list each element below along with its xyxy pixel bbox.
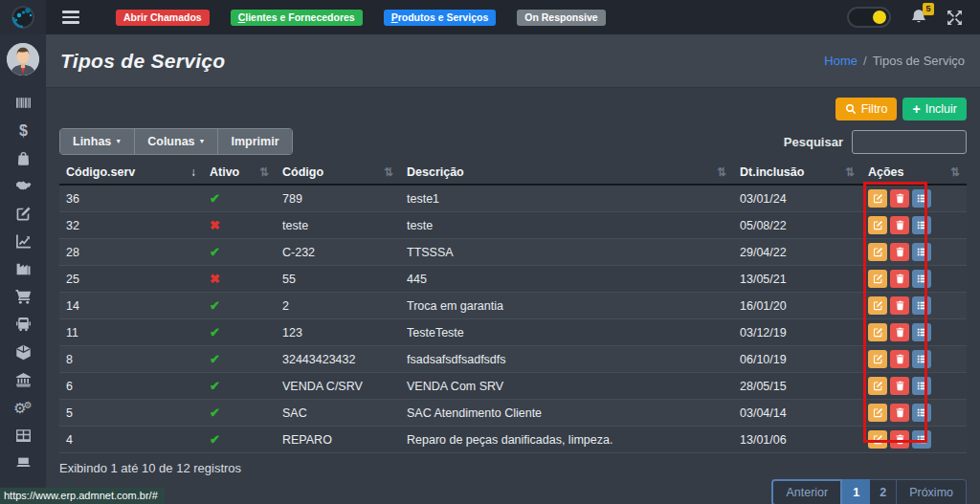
edit-button[interactable] [868, 296, 887, 315]
theme-toggle[interactable] [847, 7, 891, 28]
details-button[interactable] [912, 323, 931, 341]
cogs-icon[interactable]: ⚙⚙ [12, 400, 33, 417]
column-header[interactable]: ↓Código.serv [59, 161, 203, 185]
column-header[interactable]: ⇅Ativo [203, 161, 276, 185]
cell-codigo: 2 [276, 293, 400, 319]
cell-codigo-serv: 32 [59, 212, 203, 239]
bank-icon[interactable] [12, 372, 33, 389]
details-button[interactable] [912, 377, 931, 395]
delete-button[interactable] [890, 430, 909, 449]
edit-button[interactable] [868, 216, 887, 234]
menu-toggle-icon[interactable] [62, 8, 79, 27]
details-button[interactable] [912, 189, 931, 208]
edit-button[interactable] [868, 377, 887, 395]
delete-button[interactable] [890, 404, 909, 422]
add-button[interactable]: + Incluir [902, 98, 967, 121]
delete-button[interactable] [890, 296, 909, 315]
page-button-1[interactable]: 1 [842, 479, 870, 504]
cube-icon[interactable] [12, 344, 33, 362]
details-button[interactable] [912, 404, 931, 422]
main-area: Tipos de Serviço Home/Tipos de Serviço F… [46, 34, 980, 504]
active-check-icon: ✔ [210, 191, 220, 206]
column-header[interactable]: ⇅Ações [861, 161, 967, 185]
topbar-badge[interactable]: On Responsive [517, 10, 605, 26]
table-body: 36✔789teste103/01/2432✖testeteste05/08/2… [59, 185, 967, 453]
sort-icon: ↓ [190, 165, 196, 179]
print-button[interactable]: Imprimir [218, 129, 291, 154]
delete-button[interactable] [890, 216, 909, 234]
delete-button[interactable] [890, 323, 909, 341]
delete-button[interactable] [890, 377, 909, 395]
search-input[interactable] [852, 130, 967, 154]
columns-dropdown-button[interactable]: Colunas▼ [135, 129, 218, 154]
rows-dropdown-button[interactable]: Linhas▼ [60, 129, 135, 154]
cell-dt-inclusao: 05/08/22 [733, 212, 861, 239]
table-row: 8✔32443423432fsadsafsdfsadfsdfs06/10/19 [59, 346, 967, 373]
laptop-icon[interactable] [12, 455, 33, 472]
app-logo[interactable] [0, 0, 46, 34]
delete-button[interactable] [890, 243, 909, 261]
notifications-button[interactable]: 5 [910, 9, 927, 26]
details-button[interactable] [912, 296, 931, 315]
notification-count-badge: 5 [923, 3, 934, 15]
handshake-icon[interactable] [12, 178, 33, 195]
topbar-badge[interactable]: Clientes e Fornecedores [231, 10, 363, 26]
cell-acoes [861, 212, 967, 239]
bag-icon[interactable] [12, 150, 33, 167]
user-avatar[interactable] [7, 43, 39, 76]
breadcrumb-home-link[interactable]: Home [824, 54, 858, 68]
edit-button[interactable] [868, 189, 887, 208]
cart-icon[interactable] [12, 289, 33, 306]
column-header[interactable]: ⇅Dt.inclusão [733, 161, 861, 185]
details-button[interactable] [912, 216, 931, 234]
sort-icon: ⇅ [845, 165, 855, 179]
edit-button[interactable] [868, 350, 887, 368]
cell-acoes [861, 346, 967, 373]
cell-codigo-serv: 25 [59, 266, 203, 293]
table-icon[interactable] [12, 427, 33, 445]
active-check-icon: ✔ [210, 325, 220, 340]
next-page-button[interactable]: Próximo [897, 479, 967, 504]
cell-acoes [861, 239, 967, 266]
edit-button[interactable] [868, 243, 887, 261]
details-button[interactable] [912, 270, 931, 288]
details-button[interactable] [912, 243, 931, 261]
active-check-icon: ✔ [210, 405, 220, 420]
edit-button[interactable] [868, 404, 887, 422]
topbar-badge[interactable]: Produtos e Serviços [384, 10, 497, 26]
shuttle-icon[interactable] [12, 317, 33, 334]
dollar-icon[interactable]: $ [12, 122, 33, 140]
edit-button[interactable] [868, 323, 887, 341]
edit-button[interactable] [868, 270, 887, 288]
edit-button[interactable] [868, 430, 887, 449]
details-button[interactable] [912, 350, 931, 368]
topbar-badge[interactable]: Abrir Chamados [116, 10, 210, 26]
delete-button[interactable] [890, 350, 909, 368]
delete-button[interactable] [890, 189, 909, 208]
active-check-icon: ✔ [210, 352, 220, 366]
edit-icon[interactable] [12, 206, 33, 223]
prev-page-button[interactable]: Anterior [771, 479, 842, 504]
industry-icon[interactable] [12, 261, 33, 278]
fullscreen-icon[interactable] [947, 10, 963, 26]
details-button[interactable] [912, 430, 931, 449]
cell-ativo: ✔ [203, 239, 276, 266]
chart-line-icon[interactable] [12, 233, 33, 251]
column-header[interactable]: ⇅Descrição [400, 161, 733, 185]
cell-acoes [861, 185, 967, 212]
actions-row: Filtro + Incluir [59, 98, 967, 121]
sidebar-icons: $⚙⚙ [12, 89, 33, 477]
cell-ativo: ✖ [203, 212, 276, 239]
table-header-row: ↓Código.serv⇅Ativo⇅Código⇅Descrição⇅Dt.i… [59, 161, 967, 185]
cell-dt-inclusao: 03/12/19 [733, 319, 861, 346]
barcode-icon[interactable] [12, 95, 33, 112]
page-button-2[interactable]: 2 [870, 479, 897, 504]
cell-dt-inclusao: 28/05/15 [733, 373, 861, 400]
cell-dt-inclusao: 16/01/20 [733, 293, 861, 319]
filter-button[interactable]: Filtro [835, 98, 898, 121]
page-header: Tipos de Serviço Home/Tipos de Serviço [46, 34, 980, 88]
records-info: Exibindo 1 até 10 de 12 registros [59, 461, 967, 475]
column-header[interactable]: ⇅Código [276, 161, 400, 185]
content-panel: Filtro + Incluir Linhas▼ Colunas▼ Imprim… [46, 88, 980, 504]
delete-button[interactable] [890, 270, 909, 288]
